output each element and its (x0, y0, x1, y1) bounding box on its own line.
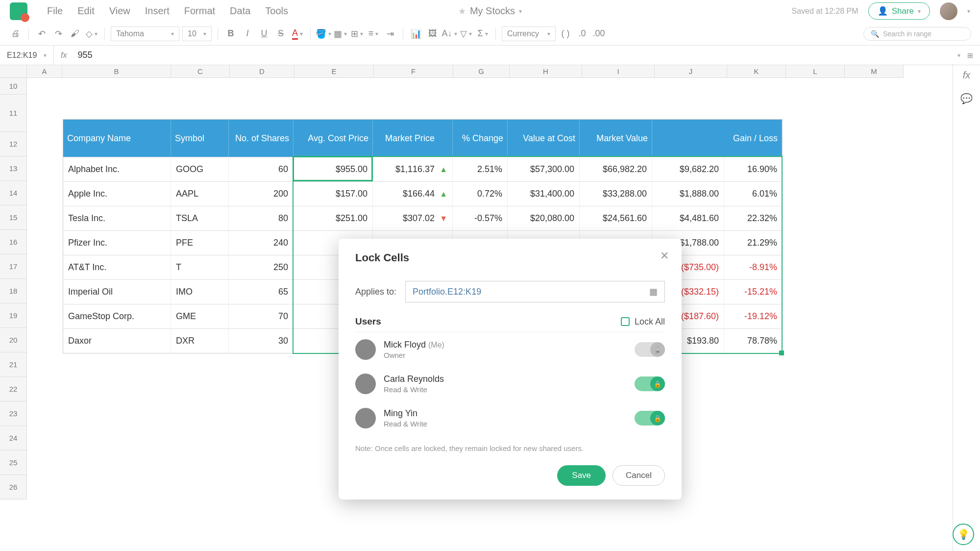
menu-view[interactable]: View (109, 5, 130, 17)
col-header[interactable]: M (845, 65, 904, 78)
cell-gain[interactable]: $9,682.20 (652, 157, 724, 181)
clear-format-icon[interactable]: ◇▾ (85, 27, 98, 41)
col-header[interactable]: F (374, 65, 453, 78)
bold-icon[interactable]: B (224, 27, 238, 41)
cell-symbol[interactable]: GOOG (171, 157, 229, 181)
table-row[interactable]: Alphabet Inc.GOOG60$955.00$1,116.37▲2.51… (63, 157, 782, 181)
cell-company[interactable]: Daxor (63, 329, 171, 353)
cancel-button[interactable]: Cancel (612, 465, 665, 486)
col-header[interactable]: B (62, 65, 171, 78)
search-in-range[interactable]: 🔍 Search in range (863, 27, 971, 41)
row-header[interactable]: 15 (0, 205, 27, 230)
row-header[interactable]: 20 (0, 328, 27, 352)
row-header[interactable]: 25 (0, 451, 27, 475)
cell-cost[interactable]: $251.00 (294, 206, 373, 230)
cell-valcost[interactable]: $31,400.00 (508, 182, 580, 206)
doc-title[interactable]: ★ My Stocks ▾ (458, 5, 522, 17)
menu-format[interactable]: Format (184, 5, 215, 17)
sort-icon[interactable]: A↓▾ (442, 27, 456, 41)
cell-pct[interactable]: 16.90% (724, 157, 782, 181)
number-format-select[interactable]: Currency▾ (502, 26, 556, 41)
cell-symbol[interactable]: T (171, 255, 229, 279)
row-header[interactable]: 26 (0, 475, 27, 500)
col-header[interactable]: E (294, 65, 374, 78)
cell-shares[interactable]: 30 (229, 329, 294, 353)
filter-icon[interactable]: ▽▾ (459, 27, 473, 41)
underline-icon[interactable]: U (257, 27, 271, 41)
cell-reference[interactable]: E12:K19▾ (0, 46, 54, 65)
cell-shares[interactable]: 80 (229, 206, 294, 230)
chevron-down-icon[interactable]: ▾ (967, 8, 970, 15)
cell-shares[interactable]: 60 (229, 157, 294, 181)
cell-market[interactable]: $307.02▼ (373, 206, 453, 230)
range-picker-icon[interactable]: ▦ (649, 286, 658, 297)
row-header[interactable]: 12 (0, 132, 27, 156)
cell-pct[interactable]: -8.91% (724, 255, 782, 279)
cell-company[interactable]: Alphabet Inc. (63, 157, 171, 181)
merge-icon[interactable]: ⊞▾ (350, 27, 364, 41)
italic-icon[interactable]: I (241, 27, 254, 41)
cell-symbol[interactable]: DXR (171, 329, 229, 353)
align-icon[interactable]: ≡▾ (367, 27, 380, 41)
fx-panel-icon[interactable]: ⊞ (967, 51, 973, 59)
cell-gain[interactable]: $4,481.60 (652, 206, 724, 230)
cell-valcost[interactable]: $20,080.00 (508, 206, 580, 230)
user-avatar[interactable] (940, 2, 957, 20)
font-size-select[interactable]: 10▾ (182, 26, 212, 41)
applies-to-input[interactable]: Portfolio.E12:K19 ▦ (405, 281, 665, 302)
col-header[interactable]: G (453, 65, 510, 78)
cell-shares[interactable]: 240 (229, 231, 294, 255)
print-icon[interactable]: 🖨 (9, 27, 23, 41)
cell-mktval[interactable]: $66,982.20 (580, 157, 652, 181)
sum-icon[interactable]: Σ▾ (476, 27, 490, 41)
cell-company[interactable]: Pfizer Inc. (63, 231, 171, 255)
row-header[interactable]: 22 (0, 377, 27, 401)
cell-shares[interactable]: 250 (229, 255, 294, 279)
cell-shares[interactable]: 200 (229, 182, 294, 206)
star-icon[interactable]: ★ (458, 6, 466, 17)
cell-pct[interactable]: 21.29% (724, 231, 782, 255)
col-header[interactable]: J (655, 65, 727, 78)
cell-symbol[interactable]: GME (171, 304, 229, 328)
help-button[interactable]: 💡 (953, 524, 974, 545)
redo-icon[interactable]: ↷ (51, 27, 65, 41)
cell-gain[interactable]: $1,888.00 (652, 182, 724, 206)
expand-icon[interactable]: ▾ (957, 52, 960, 59)
cell-pct[interactable]: -15.21% (724, 280, 782, 304)
col-header[interactable]: I (582, 65, 655, 78)
cell-change[interactable]: -0.57% (453, 206, 508, 230)
decrease-decimal-icon[interactable]: .0 (575, 27, 589, 41)
col-header[interactable]: K (727, 65, 786, 78)
cell-pct[interactable]: -19.12% (724, 304, 782, 328)
col-header[interactable]: H (510, 65, 582, 78)
cell-mktval[interactable]: $33,288.00 (580, 182, 652, 206)
col-header[interactable]: C (171, 65, 230, 78)
cell-company[interactable]: Tesla Inc. (63, 206, 171, 230)
col-header[interactable]: A (27, 65, 62, 78)
row-header[interactable]: 13 (0, 156, 27, 181)
save-button[interactable]: Save (557, 465, 606, 486)
share-button[interactable]: 👤 Share ▾ (868, 2, 930, 20)
menu-insert[interactable]: Insert (145, 5, 170, 17)
table-row[interactable]: Tesla Inc.TSLA80$251.00$307.02▼-0.57%$20… (63, 206, 782, 230)
cell-company[interactable]: AT&T Inc. (63, 255, 171, 279)
cell-symbol[interactable]: PFE (171, 231, 229, 255)
col-header[interactable]: L (786, 65, 845, 78)
cell-company[interactable]: Apple Inc. (63, 182, 171, 206)
row-header[interactable]: 19 (0, 303, 27, 328)
cell-change[interactable]: 0.72% (453, 182, 508, 206)
borders-icon[interactable]: ▦▾ (333, 27, 347, 41)
fill-color-icon[interactable]: 🪣▾ (317, 27, 330, 41)
chart-icon[interactable]: 📊 (409, 27, 423, 41)
fx-sidebar-icon[interactable]: fx (963, 70, 971, 81)
chevron-down-icon[interactable]: ▾ (519, 8, 522, 15)
cell-shares[interactable]: 70 (229, 304, 294, 328)
undo-icon[interactable]: ↶ (35, 27, 49, 41)
cell-symbol[interactable]: AAPL (171, 182, 229, 206)
cell-pct[interactable]: 6.01% (724, 182, 782, 206)
close-icon[interactable]: ✕ (660, 250, 669, 262)
lock-toggle[interactable] (635, 376, 665, 391)
cell-mktval[interactable]: $24,561.60 (580, 206, 652, 230)
menu-data[interactable]: Data (230, 5, 250, 17)
row-header[interactable]: 17 (0, 254, 27, 279)
